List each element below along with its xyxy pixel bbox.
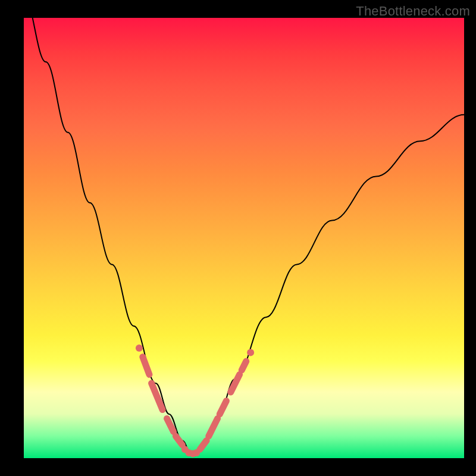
marker-dash	[209, 418, 218, 436]
marker-dash	[231, 374, 240, 392]
curve-layer	[24, 18, 464, 458]
marker-dash	[242, 361, 246, 370]
marker-dash	[167, 418, 174, 431]
marker-dash	[143, 357, 149, 375]
curve-markers	[136, 345, 254, 458]
marker-dash	[176, 436, 182, 445]
chart-frame: TheBottleneck.com	[0, 0, 476, 476]
bottleneck-curve	[24, 18, 464, 454]
marker-dash	[152, 383, 163, 409]
marker-dot	[247, 349, 254, 356]
marker-dot	[193, 449, 200, 456]
watermark-text: TheBottleneck.com	[356, 4, 470, 19]
plot-area	[24, 18, 464, 458]
marker-dash	[200, 440, 206, 449]
marker-dot	[136, 345, 143, 352]
marker-dash	[220, 401, 226, 414]
